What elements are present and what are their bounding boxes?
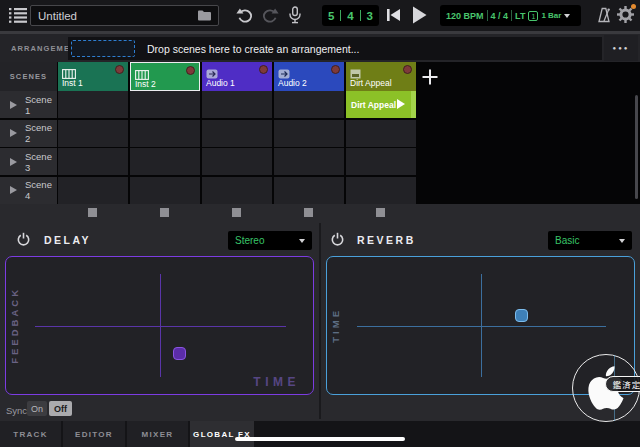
return-to-start-button[interactable] bbox=[386, 8, 401, 22]
scene-launch-scene-1[interactable]: Scene 1 bbox=[0, 91, 57, 118]
scene-launch-scene-4[interactable]: Scene 4 bbox=[0, 177, 57, 204]
delay-power-button[interactable] bbox=[16, 232, 31, 247]
record-arm-indicator[interactable] bbox=[331, 65, 340, 74]
x-axis-line bbox=[35, 326, 286, 327]
y-axis-line bbox=[481, 274, 482, 377]
project-title: Untitled bbox=[38, 10, 77, 22]
clip-slot[interactable] bbox=[274, 148, 344, 175]
folder-icon[interactable] bbox=[198, 7, 211, 25]
scene-launch-scene-3[interactable]: Scene 3 bbox=[0, 148, 57, 175]
global-fx-panel: DELAY Stereo FEEDBACK TIME REVERB Basic … bbox=[0, 220, 640, 421]
track-stop-button[interactable] bbox=[232, 208, 241, 217]
clip-slot[interactable] bbox=[346, 177, 416, 204]
notification-dot bbox=[631, 4, 636, 9]
clip-slot[interactable] bbox=[274, 177, 344, 204]
track-header-inst-1[interactable]: Inst 1 bbox=[58, 62, 128, 91]
clip-slot[interactable] bbox=[274, 91, 344, 118]
scene-name: Scene 1 bbox=[25, 94, 57, 116]
settings-gear-button[interactable] bbox=[617, 6, 634, 23]
record-arm-indicator[interactable] bbox=[186, 66, 195, 75]
add-track-button[interactable] bbox=[420, 67, 440, 87]
scene-play-icon bbox=[10, 101, 17, 109]
clip-slot[interactable] bbox=[58, 91, 128, 118]
metronome-button[interactable] bbox=[596, 7, 612, 23]
chevron-down-icon[interactable] bbox=[564, 14, 570, 18]
clip-slot[interactable] bbox=[130, 120, 200, 147]
delay-preset-dropdown[interactable]: Stereo bbox=[228, 231, 312, 250]
clip-slot[interactable] bbox=[202, 177, 272, 204]
track-stop-button[interactable] bbox=[160, 208, 169, 217]
count-in-badge[interactable]: 1 bbox=[528, 11, 538, 21]
arrangement-more-button[interactable]: ●●● bbox=[604, 35, 638, 61]
reverb-preset-value: Basic bbox=[555, 235, 579, 246]
tab-mixer[interactable]: MIXER bbox=[127, 421, 188, 447]
track-stop-button[interactable] bbox=[88, 208, 97, 217]
chevron-down-icon bbox=[619, 239, 625, 243]
track-stop-button[interactable] bbox=[304, 208, 313, 217]
daw-app: Untitled 5 4 3 bbox=[0, 0, 640, 447]
divider bbox=[511, 10, 512, 21]
clip-slot[interactable] bbox=[346, 120, 416, 147]
chevron-down-icon bbox=[299, 239, 305, 243]
sync-on-button[interactable]: On bbox=[27, 401, 47, 416]
record-arm-indicator[interactable] bbox=[259, 65, 268, 74]
delay-preset-value: Stereo bbox=[235, 235, 264, 246]
clip-slot[interactable] bbox=[346, 148, 416, 175]
redo-button[interactable] bbox=[261, 7, 279, 23]
position-sixteenth: 3 bbox=[367, 10, 373, 22]
track-header-audio-1[interactable]: Audio 1 bbox=[202, 62, 272, 91]
reverb-title: REVERB bbox=[357, 234, 416, 246]
song-position-display[interactable]: 5 4 3 bbox=[322, 5, 379, 26]
latency-indicator[interactable]: LT bbox=[515, 11, 525, 21]
time-signature-display[interactable]: 4 / 4 bbox=[491, 11, 509, 21]
undo-button[interactable] bbox=[236, 7, 254, 23]
play-button[interactable] bbox=[412, 6, 427, 24]
scene-name: Scene 3 bbox=[25, 151, 57, 173]
clip-slot[interactable] bbox=[58, 148, 128, 175]
track-name: Audio 1 bbox=[206, 78, 268, 88]
vertical-scrollbar[interactable] bbox=[635, 95, 638, 199]
tab-track[interactable]: TRACK bbox=[0, 421, 61, 447]
clip-slot[interactable] bbox=[130, 91, 200, 118]
scene-play-icon bbox=[10, 129, 17, 137]
clip-slot[interactable] bbox=[274, 120, 344, 147]
song-list-menu-button[interactable] bbox=[9, 7, 27, 24]
clip-dirt-appeal[interactable]: Dirt Appeal bbox=[346, 91, 416, 118]
clip-edge bbox=[411, 91, 416, 118]
reverb-power-button[interactable] bbox=[330, 232, 345, 247]
reverb-xy-handle[interactable] bbox=[515, 309, 528, 322]
track-stop-button[interactable] bbox=[376, 208, 385, 217]
clip-slot[interactable] bbox=[202, 91, 272, 118]
track-header-inst-2[interactable]: Inst 2 bbox=[130, 62, 200, 91]
clip-slot[interactable] bbox=[202, 148, 272, 175]
delay-xy-handle[interactable] bbox=[173, 347, 186, 360]
sync-off-button[interactable]: Off bbox=[49, 401, 72, 416]
arrangement-drop-zone[interactable] bbox=[71, 40, 135, 57]
microphone-button[interactable] bbox=[289, 6, 301, 24]
record-arm-indicator[interactable] bbox=[403, 65, 412, 74]
tab-editor[interactable]: EDITOR bbox=[63, 421, 125, 447]
track-header-audio-2[interactable]: Audio 2 bbox=[274, 62, 344, 91]
delay-y-axis-label: FEEDBACK bbox=[9, 257, 20, 394]
clip-slot[interactable] bbox=[58, 177, 128, 204]
home-indicator[interactable] bbox=[235, 437, 405, 441]
stop-button-row bbox=[0, 204, 640, 220]
clip-slot[interactable] bbox=[130, 148, 200, 175]
clip-slot[interactable] bbox=[130, 177, 200, 204]
loop-length-value[interactable]: 1 Bar bbox=[541, 11, 561, 20]
tab-global-fx[interactable]: GLOBAL FX bbox=[190, 421, 254, 447]
clip-slot[interactable] bbox=[58, 120, 128, 147]
x-axis-line bbox=[357, 326, 606, 327]
track-header-dirt-appeal[interactable]: Dirt Appeal bbox=[346, 62, 416, 91]
clip-name: Dirt Appeal bbox=[351, 100, 396, 110]
scene-launch-scene-2[interactable]: Scene 2 bbox=[0, 120, 57, 147]
project-title-field[interactable]: Untitled bbox=[30, 5, 219, 26]
record-arm-indicator[interactable] bbox=[115, 65, 124, 74]
clip-play-icon[interactable] bbox=[397, 99, 405, 109]
watermark-badge: 鑑済定 bbox=[605, 376, 640, 392]
transport-settings-display: 120 BPM 4 / 4 LT 1 1 Bar bbox=[440, 5, 581, 26]
clip-slot[interactable] bbox=[202, 120, 272, 147]
reverb-preset-dropdown[interactable]: Basic bbox=[548, 231, 632, 250]
tempo-display[interactable]: 120 BPM bbox=[446, 11, 484, 21]
delay-xy-pad[interactable]: FEEDBACK TIME bbox=[5, 256, 314, 395]
